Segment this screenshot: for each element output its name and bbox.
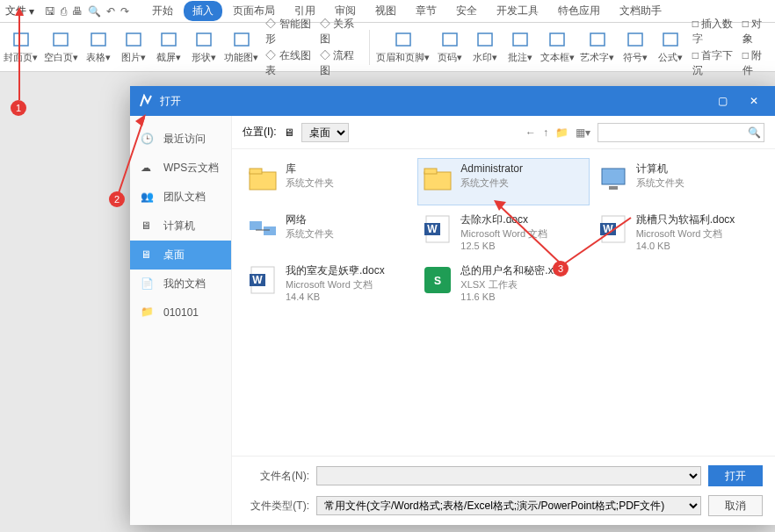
sidebar-item-WPS云文档[interactable]: ☁WPS云文档: [130, 154, 231, 183]
ribbon-表格[interactable]: 表格▾: [85, 30, 112, 64]
ribbon-icon: [193, 30, 214, 49]
sidebar-item-桌面[interactable]: 🖥桌面: [130, 241, 231, 270]
redo-icon[interactable]: ↷: [120, 5, 129, 18]
ribbon-页眉和页脚[interactable]: 页眉和页脚▾: [379, 30, 427, 64]
tab-视图[interactable]: 视图: [366, 1, 405, 21]
svg-rect-12: [590, 33, 605, 46]
file-item[interactable]: W我的室友是妖孽.docxMicrosoft Word 文档14.4 KB: [243, 260, 414, 307]
tab-安全[interactable]: 安全: [447, 1, 486, 21]
ribbon-水印[interactable]: 水印▾: [472, 30, 498, 64]
file-item[interactable]: 计算机系统文件夹: [593, 158, 764, 205]
ribbon-在线图表[interactable]: ◇ 在线图表: [265, 48, 315, 78]
save-as-icon[interactable]: ⎙: [61, 5, 67, 18]
sidebar-item-label: 桌面: [163, 248, 185, 262]
ribbon-批注[interactable]: 批注▾: [507, 30, 533, 64]
close-icon[interactable]: ✕: [742, 95, 766, 107]
file-item[interactable]: W去除水印.docxMicrosoft Word 文档12.5 KB: [417, 209, 589, 256]
ribbon-附件[interactable]: □ 附件: [742, 48, 770, 78]
sidebar-item-010101[interactable]: 📁010101: [130, 298, 231, 327]
file-size: 14.0 KB: [636, 240, 735, 252]
ribbon-智能图形[interactable]: ◇ 智能图形: [265, 17, 315, 47]
ribbon-label: 文本框▾: [540, 51, 575, 64]
location-select[interactable]: 桌面: [301, 123, 349, 142]
ribbon-首字下沉[interactable]: □ 首字下沉: [692, 48, 739, 78]
location-label: 位置(I):: [243, 125, 277, 140]
ribbon-icon: [158, 30, 179, 49]
sidebar-icon: 🖥: [141, 248, 156, 262]
ribbon-形状[interactable]: 形状▾: [191, 30, 217, 64]
sidebar-item-计算机[interactable]: 🖥计算机: [130, 212, 231, 241]
ribbon-tabs: 开始插入页面布局引用审阅视图章节安全开发工具特色应用文档助手: [143, 1, 670, 21]
ribbon-label: 页眉和页脚▾: [376, 51, 430, 64]
file-item[interactable]: W跳槽只为软福利.docxMicrosoft Word 文档14.0 KB: [593, 209, 764, 256]
ribbon-符号[interactable]: 符号▾: [622, 30, 648, 64]
file-item[interactable]: Administrator系统文件夹: [417, 158, 589, 205]
svg-rect-6: [235, 33, 249, 46]
sidebar-item-团队文档[interactable]: 👥团队文档: [130, 183, 231, 212]
sidebar-icon: 🖥: [141, 219, 156, 234]
up-icon[interactable]: ↑: [543, 126, 548, 139]
file-name: 网络: [286, 213, 334, 227]
ribbon-文本框[interactable]: 文本框▾: [542, 30, 573, 64]
ribbon-icon: [50, 30, 71, 49]
undo-icon[interactable]: ↶: [106, 5, 115, 18]
svg-rect-5: [197, 33, 211, 46]
tab-特色应用[interactable]: 特色应用: [549, 1, 609, 21]
cancel-button[interactable]: 取消: [708, 495, 763, 516]
ribbon-label: 公式▾: [658, 51, 683, 64]
tab-开始[interactable]: 开始: [143, 1, 182, 21]
svg-rect-9: [478, 33, 492, 46]
ribbon-公式[interactable]: 公式▾: [657, 30, 684, 64]
back-icon[interactable]: ←: [525, 126, 536, 139]
tab-开发工具[interactable]: 开发工具: [488, 1, 547, 21]
chevron-down-icon: ▾: [29, 5, 34, 18]
svg-rect-16: [250, 169, 262, 174]
file-name: Administrator: [460, 162, 523, 176]
tab-章节[interactable]: 章节: [407, 1, 445, 21]
preview-icon[interactable]: 🔍: [88, 5, 101, 18]
dialog-main: 位置(I): 🖥 桌面 ← ↑ 📁 ▦▾ 🔍 库系统文件夹Administrat…: [232, 116, 775, 525]
file-menu[interactable]: 文件 ▾: [2, 2, 38, 20]
maximize-icon[interactable]: ▢: [710, 95, 735, 107]
sidebar-item-最近访问[interactable]: 🕒最近访问: [130, 125, 231, 154]
print-icon[interactable]: 🖶: [72, 5, 83, 18]
ribbon-截屏[interactable]: 截屏▾: [156, 30, 182, 64]
file-size: 12.5 KB: [460, 240, 547, 252]
sidebar-item-我的文档[interactable]: 📄我的文档: [130, 270, 231, 298]
new-folder-icon[interactable]: 📁: [555, 126, 569, 139]
search-input[interactable]: [598, 123, 764, 142]
svg-rect-17: [424, 172, 451, 190]
ribbon-图片[interactable]: 图片▾: [120, 30, 147, 64]
file-size: 11.6 KB: [460, 291, 566, 303]
ribbon-插入数字[interactable]: □ 插入数字: [692, 17, 739, 47]
tab-插入[interactable]: 插入: [184, 1, 222, 21]
sidebar-icon: ☁: [141, 162, 156, 176]
tab-文档助手[interactable]: 文档助手: [611, 1, 670, 21]
file-item[interactable]: 网络系统文件夹: [243, 209, 414, 256]
sidebar-item-label: WPS云文档: [163, 161, 219, 176]
menubar: 文件 ▾ 🖫 ⎙ 🖶 🔍 ↶ ↷ 开始插入页面布局引用审阅视图章节安全开发工具特…: [0, 0, 775, 23]
filetype-select[interactable]: 常用文件(文字/Word格式;表格/Excel格式;演示/PowerPoint格…: [316, 496, 701, 515]
ribbon-空白页[interactable]: 空白页▾: [45, 30, 76, 64]
sidebar-item-label: 我的文档: [163, 277, 206, 291]
svg-rect-19: [602, 169, 625, 184]
ribbon-页码[interactable]: 页码▾: [437, 30, 463, 64]
ribbon-label: 艺术字▾: [580, 51, 614, 64]
file-type: Microsoft Word 文档: [460, 227, 547, 240]
ribbon-封面页[interactable]: 封面页▾: [5, 30, 36, 64]
dialog-titlebar: 打开 ▢ ✕: [130, 86, 775, 116]
sidebar-icon: 📁: [141, 306, 156, 320]
ribbon-功能图[interactable]: 功能图▾: [226, 30, 257, 64]
ribbon-流程图[interactable]: ◇ 流程图: [320, 48, 361, 78]
ribbon-icon: [439, 30, 460, 49]
save-icon[interactable]: 🖫: [45, 5, 55, 18]
ribbon-艺术字[interactable]: 艺术字▾: [582, 30, 612, 64]
open-button[interactable]: 打开: [708, 465, 763, 486]
ribbon-对象[interactable]: □ 对象: [742, 17, 770, 47]
file-item[interactable]: 库系统文件夹: [243, 158, 414, 205]
search-icon[interactable]: 🔍: [748, 126, 761, 139]
filename-field[interactable]: [316, 466, 701, 485]
ribbon-关系图[interactable]: ◇ 关系图: [320, 17, 361, 47]
ribbon-icon: [88, 30, 109, 49]
view-icon[interactable]: ▦▾: [576, 126, 590, 139]
